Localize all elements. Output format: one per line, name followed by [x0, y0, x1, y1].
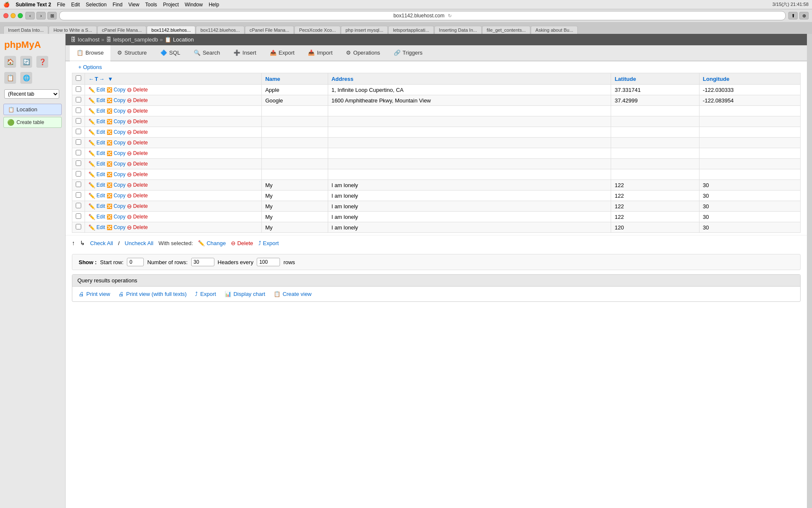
delete-button-6[interactable]: Delete	[133, 150, 148, 156]
copy-button-11[interactable]: Copy	[114, 203, 126, 209]
uncheck-all-link[interactable]: Uncheck All	[125, 240, 154, 246]
row-checkbox-13[interactable]	[76, 224, 81, 229]
edit-button-3[interactable]: Edit	[96, 119, 105, 124]
app-name[interactable]: Sublime Text 2	[16, 2, 51, 8]
copy-button-2[interactable]: Copy	[114, 108, 126, 114]
row-checkbox-6[interactable]	[76, 150, 81, 155]
row-checkbox-9[interactable]	[76, 182, 81, 187]
row-checkbox-12[interactable]	[76, 213, 81, 219]
row-checkbox-1[interactable]	[76, 97, 81, 102]
close-button[interactable]	[3, 13, 8, 18]
row-checkbox-7[interactable]	[76, 160, 81, 166]
edit-button-12[interactable]: Edit	[96, 214, 105, 220]
tab-asking[interactable]: Asking about Bu...	[531, 26, 578, 34]
create-table-button[interactable]: 🟢 Create table	[3, 117, 62, 128]
footer-delete-action[interactable]: ⊖ Delete	[231, 240, 253, 246]
edit-button-10[interactable]: Edit	[96, 193, 105, 199]
sidebar-world-icon[interactable]: 🌐	[20, 72, 32, 84]
delete-button-7[interactable]: Delete	[133, 161, 148, 167]
start-row-input[interactable]	[127, 258, 144, 266]
maximize-button[interactable]	[18, 13, 23, 18]
share-button[interactable]: ⬆	[788, 12, 798, 19]
tab-how-to[interactable]: How to Write a S...	[49, 26, 97, 34]
tab-cpanel2[interactable]: cPanel File Mana...	[245, 26, 294, 34]
copy-button-4[interactable]: Copy	[114, 129, 126, 135]
tab-import[interactable]: 📥 Import	[301, 45, 339, 61]
tab-inserting[interactable]: Inserting Data In...	[434, 26, 482, 34]
menu-help[interactable]: Help	[208, 2, 219, 8]
menu-find[interactable]: Find	[112, 2, 122, 8]
create-view-link[interactable]: 📋 Create view	[274, 291, 312, 297]
apple-menu-icon[interactable]: 🍎	[3, 2, 10, 8]
copy-button-3[interactable]: Copy	[114, 119, 126, 124]
headers-val-input[interactable]	[257, 258, 280, 266]
tab-insert-data[interactable]: Insert Data Into...	[3, 26, 48, 34]
row-checkbox-11[interactable]	[76, 203, 81, 208]
menu-tools[interactable]: Tools	[145, 2, 157, 8]
edit-button-8[interactable]: Edit	[96, 171, 105, 177]
tab-pecsxcode[interactable]: PecsXcode Xco...	[294, 26, 340, 34]
row-checkbox-3[interactable]	[76, 118, 81, 124]
copy-button-9[interactable]: Copy	[114, 182, 126, 188]
col-header-latitude[interactable]: Latitude	[611, 73, 699, 85]
delete-button-11[interactable]: Delete	[133, 203, 148, 209]
tab-structure[interactable]: ⚙ Structure	[110, 45, 154, 61]
col-header-address[interactable]: Address	[328, 73, 611, 85]
copy-button-13[interactable]: Copy	[114, 224, 126, 230]
row-checkbox-2[interactable]	[76, 108, 81, 113]
tab-box1142-2[interactable]: box1142.bluehos...	[196, 26, 244, 34]
scrollbar[interactable]	[807, 34, 812, 508]
delete-button-9[interactable]: Delete	[133, 182, 148, 188]
footer-change-action[interactable]: ✏️ Change	[198, 240, 226, 246]
sidebar-copy-icon[interactable]: 📋	[4, 72, 16, 84]
num-rows-input[interactable]	[191, 258, 214, 266]
delete-button-0[interactable]: Delete	[133, 87, 148, 93]
sidebar-home-icon[interactable]: 🏠	[4, 56, 16, 68]
menu-project[interactable]: Project	[163, 2, 178, 8]
minimize-button[interactable]	[11, 13, 16, 18]
copy-button-12[interactable]: Copy	[114, 214, 126, 220]
row-checkbox-8[interactable]	[76, 171, 81, 177]
address-bar[interactable]: box1142.bluehost.com ↻	[59, 11, 786, 20]
check-all-link[interactable]: Check All	[90, 240, 113, 246]
breadcrumb-host[interactable]: localhost	[78, 36, 99, 43]
col-header-longitude[interactable]: Longitude	[699, 73, 800, 85]
copy-button-1[interactable]: Copy	[114, 97, 126, 103]
tab-sql[interactable]: 🔷 SQL	[154, 45, 187, 61]
delete-button-8[interactable]: Delete	[133, 171, 148, 177]
print-view-full-link[interactable]: 🖨 Print view (with full texts)	[118, 291, 187, 297]
sidebar-item-location[interactable]: 📋 Location	[3, 104, 62, 115]
tab-file-get[interactable]: file_get_contents...	[482, 26, 530, 34]
delete-button-12[interactable]: Delete	[133, 214, 148, 220]
print-view-link[interactable]: 🖨 Print view	[79, 291, 110, 297]
row-checkbox-0[interactable]	[76, 86, 81, 92]
delete-button-1[interactable]: Delete	[133, 97, 148, 103]
tab-insert[interactable]: ➕ Insert	[227, 45, 263, 61]
edit-button-2[interactable]: Edit	[96, 108, 105, 114]
sidebar-help-icon[interactable]: ❓	[36, 56, 48, 68]
copy-button-5[interactable]: Copy	[114, 140, 126, 146]
menu-selection[interactable]: Selection	[86, 2, 107, 8]
edit-button-0[interactable]: Edit	[96, 87, 105, 93]
tab-browse[interactable]: 📋 Browse	[70, 45, 110, 61]
breadcrumb-db[interactable]: letsport_sampledb	[113, 36, 158, 43]
delete-button-13[interactable]: Delete	[133, 224, 148, 230]
copy-button-8[interactable]: Copy	[114, 171, 126, 177]
sort-dropdown-icon[interactable]: ▼	[108, 76, 113, 82]
options-link[interactable]: + Options	[72, 61, 108, 74]
select-all-checkbox[interactable]	[76, 75, 81, 81]
tab-box1142-active[interactable]: box1142.bluehos...	[147, 26, 195, 34]
edit-button-9[interactable]: Edit	[96, 182, 105, 188]
delete-button-10[interactable]: Delete	[133, 193, 148, 199]
tab-operations[interactable]: ⚙ Operations	[339, 45, 387, 61]
tab-export[interactable]: 📤 Export	[263, 45, 302, 61]
recent-tables-select[interactable]: (Recent tab	[4, 89, 59, 99]
tab-cpanel1[interactable]: cPanel File Mana...	[97, 26, 146, 34]
edit-button-6[interactable]: Edit	[96, 150, 105, 156]
copy-button-7[interactable]: Copy	[114, 161, 126, 167]
footer-export-action[interactable]: ⤴ Export	[258, 240, 279, 246]
tab-overview-button[interactable]: ⊞	[47, 12, 57, 19]
edit-button-13[interactable]: Edit	[96, 224, 105, 230]
copy-button-0[interactable]: Copy	[114, 87, 126, 93]
open-in-tab[interactable]: ⊕	[799, 12, 809, 19]
